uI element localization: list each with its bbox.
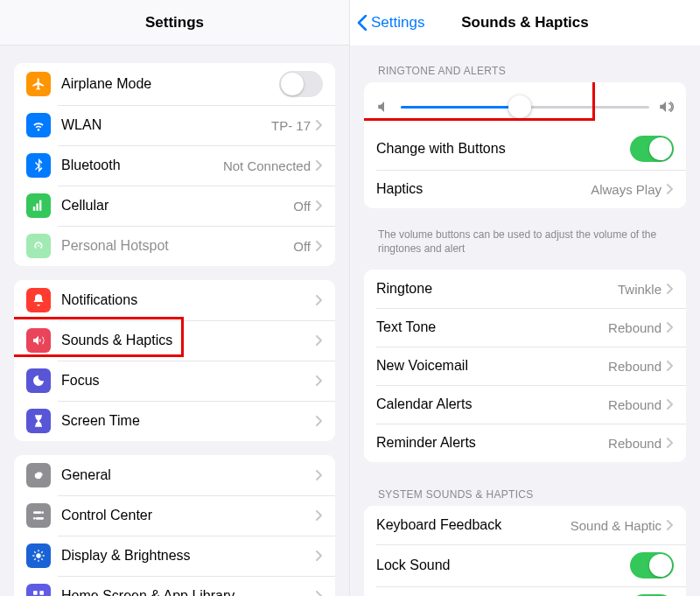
speaker-low-icon xyxy=(376,99,392,115)
row-label: Cellular xyxy=(61,198,293,214)
sounds-row-lock-sound[interactable]: Lock Sound xyxy=(364,544,686,586)
chevron-right-icon xyxy=(667,322,674,333)
chevron-right-icon xyxy=(316,470,323,480)
sounds-row-keyboard-feedback[interactable]: Keyboard FeedbackSound & Haptic xyxy=(364,506,686,544)
settings-group-network: Airplane Mode WLANTP- 17 BluetoothNot Co… xyxy=(14,63,335,266)
settings-row-sounds-haptics[interactable]: Sounds & Haptics xyxy=(14,320,335,361)
gear-icon xyxy=(26,463,51,487)
svg-rect-2 xyxy=(36,517,44,520)
ringtone-alerts-card: Change with ButtonsHapticsAlways Play xyxy=(364,82,686,208)
settings-row-focus[interactable]: Focus xyxy=(14,361,335,401)
svg-point-4 xyxy=(36,553,40,557)
volume-slider[interactable] xyxy=(401,95,649,119)
settings-row-cellular[interactable]: CellularOff xyxy=(14,186,335,226)
chevron-right-icon xyxy=(667,184,674,194)
wifi-icon xyxy=(26,113,51,137)
sounds-row-calendar-alerts[interactable]: Calendar AlertsRebound xyxy=(364,385,686,424)
system-sounds-header: SYSTEM SOUNDS & HAPTICS xyxy=(364,476,686,506)
sounds-row-change-with-buttons[interactable]: Change with Buttons xyxy=(364,128,686,170)
settings-row-notifications[interactable]: Notifications xyxy=(14,280,335,320)
toggle[interactable] xyxy=(630,136,674,162)
toggle-airplane[interactable] xyxy=(279,71,323,97)
row-label: Lock Sound xyxy=(376,557,630,573)
moon-icon xyxy=(26,368,51,393)
row-value: Rebound xyxy=(608,436,662,451)
row-label: Control Center xyxy=(61,508,316,523)
chevron-right-icon xyxy=(667,520,674,530)
brightness-icon xyxy=(26,543,51,568)
ringtone-alerts-header: RINGTONE AND ALERTS xyxy=(364,53,686,82)
sounds-row-haptics[interactable]: HapticsAlways Play xyxy=(364,170,686,208)
settings-row-wlan[interactable]: WLANTP- 17 xyxy=(14,105,335,145)
hourglass-icon xyxy=(26,409,51,433)
settings-group-general: General Control Center Display & Brightn… xyxy=(14,455,335,596)
settings-row-personal-hotspot[interactable]: Personal HotspotOff xyxy=(14,226,335,266)
bell-icon xyxy=(26,288,51,312)
row-label: Ringtone xyxy=(376,281,618,297)
cellular-icon xyxy=(26,193,51,218)
chevron-left-icon xyxy=(357,15,368,31)
chevron-right-icon xyxy=(316,200,323,211)
settings-content: Airplane Mode WLANTP- 17 BluetoothNot Co… xyxy=(0,46,349,596)
sounds-row-system-haptics[interactable]: System Haptics xyxy=(364,586,686,596)
settings-row-screen-time[interactable]: Screen Time xyxy=(14,401,335,441)
settings-row-home-screen-app-library[interactable]: Home Screen & App Library xyxy=(14,576,335,596)
ringtone-footer: The volume buttons can be used to adjust… xyxy=(364,222,686,257)
row-label: Focus xyxy=(61,373,316,389)
sounds-row-text-tone[interactable]: Text ToneRebound xyxy=(364,308,686,347)
row-label: Display & Brightness xyxy=(61,548,316,564)
volume-slider-row xyxy=(364,82,686,128)
chevron-right-icon xyxy=(667,438,674,448)
chevron-right-icon xyxy=(667,361,674,371)
svg-rect-5 xyxy=(33,591,38,595)
row-label: Text Tone xyxy=(376,319,608,335)
settings-pane: Settings Airplane Mode WLANTP- 17 Blueto… xyxy=(0,0,350,596)
row-label: Personal Hotspot xyxy=(61,238,293,254)
chevron-right-icon xyxy=(316,160,323,171)
row-label: WLAN xyxy=(61,117,271,133)
row-value: Off xyxy=(293,239,311,254)
row-value: TP- 17 xyxy=(271,118,311,133)
chevron-right-icon xyxy=(316,375,323,386)
apps-icon xyxy=(26,584,51,596)
row-label: General xyxy=(61,467,316,483)
sound-icon xyxy=(26,328,51,353)
sounds-content: RINGTONE AND ALERTS Change with ButtonsH… xyxy=(350,46,700,596)
row-value: Twinkle xyxy=(618,282,662,297)
chevron-right-icon xyxy=(316,416,323,426)
chevron-right-icon xyxy=(667,284,674,294)
system-sounds-card: Keyboard FeedbackSound & HapticLock Soun… xyxy=(364,506,686,596)
row-label: Haptics xyxy=(376,181,591,197)
row-label: Bluetooth xyxy=(61,158,223,173)
row-label: Reminder Alerts xyxy=(376,435,608,451)
settings-row-display-brightness[interactable]: Display & Brightness xyxy=(14,536,335,576)
speaker-high-icon xyxy=(658,99,674,115)
chevron-right-icon xyxy=(316,335,323,346)
row-value: Off xyxy=(293,199,311,214)
toggle[interactable] xyxy=(630,552,674,578)
sounds-title: Sounds & Haptics xyxy=(461,14,588,32)
row-value: Always Play xyxy=(591,182,662,197)
row-label: Airplane Mode xyxy=(61,76,279,92)
settings-group-notifications: Notifications Sounds & Haptics Focus Scr… xyxy=(14,280,335,441)
settings-row-airplane-mode[interactable]: Airplane Mode xyxy=(14,63,335,105)
row-value: Rebound xyxy=(608,397,662,412)
row-label: Home Screen & App Library xyxy=(61,588,316,596)
row-value: Not Connected xyxy=(223,158,311,173)
row-label: Sounds & Haptics xyxy=(61,333,316,348)
settings-row-bluetooth[interactable]: BluetoothNot Connected xyxy=(14,145,335,186)
settings-title: Settings xyxy=(145,14,204,32)
back-button[interactable]: Settings xyxy=(357,14,424,32)
sounds-haptics-pane: Settings Sounds & Haptics RINGTONE AND A… xyxy=(350,0,700,596)
hotspot-icon xyxy=(26,234,51,258)
row-label: New Voicemail xyxy=(376,358,608,374)
sounds-row-reminder-alerts[interactable]: Reminder AlertsRebound xyxy=(364,424,686,462)
svg-point-3 xyxy=(33,517,36,520)
sounds-row-new-voicemail[interactable]: New VoicemailRebound xyxy=(364,347,686,385)
chevron-right-icon xyxy=(316,591,323,596)
chevron-right-icon xyxy=(316,120,323,130)
sounds-row-ringtone[interactable]: RingtoneTwinkle xyxy=(364,270,686,308)
settings-row-general[interactable]: General xyxy=(14,455,335,495)
settings-row-control-center[interactable]: Control Center xyxy=(14,495,335,536)
sounds-list-card: RingtoneTwinkleText ToneReboundNew Voice… xyxy=(364,270,686,462)
